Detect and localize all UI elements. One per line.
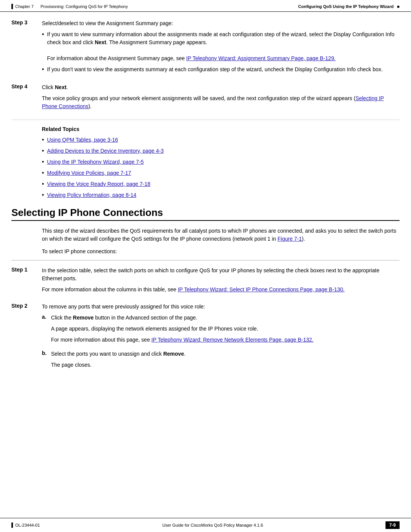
header-left: Chapter 7 Provisioning: Configuring QoS … <box>11 4 128 9</box>
step3-row: Step 3 Select/deselect to view the Assig… <box>11 19 400 77</box>
section-step2-label: Step 2 <box>11 303 34 375</box>
bullet-dot-1: • <box>42 30 44 62</box>
rt-bullet-1: • <box>42 136 44 144</box>
step3-content: Select/deselect to view the Assignment S… <box>42 19 400 77</box>
chapter-label: Chapter 7 <box>15 4 33 9</box>
related-topics-list: • Using QPM Tables, page 3-16 • Adding D… <box>42 136 400 199</box>
step3-bullet2-text: If you don't want to view the assignment… <box>47 66 383 73</box>
related-topic-3: • Using the IP Telephony Wizard, page 7-… <box>42 158 400 166</box>
main-content: Step 3 Select/deselect to view the Assig… <box>0 12 411 518</box>
figure-7-1-link[interactable]: Figure 7-1 <box>277 236 302 242</box>
related-topic-2: • Adding Devices to the Device Inventory… <box>42 147 400 155</box>
step4-body: The voice policy groups and your network… <box>42 94 400 110</box>
related-topic-4: • Modifying Voice Policies, page 7-17 <box>42 169 400 177</box>
rt-bullet-3: • <box>42 158 44 166</box>
footer-doc-id: OL-23444-01 <box>15 523 40 527</box>
chapter-title: Provisioning: Configuring QoS for IP Tel… <box>40 4 128 9</box>
section-step1-for-more: For more information about the columns i… <box>42 286 400 294</box>
header-right-title: Configuring QoS Using the IP Telephony W… <box>298 4 394 9</box>
header-bar-icon <box>11 4 13 9</box>
sub-step-a-sub: A page appears, displaying the network e… <box>51 325 314 333</box>
sub-step-a: a. Click the Remove button in the Advanc… <box>42 314 400 347</box>
section-heading: Selecting IP Phone Connections <box>11 207 400 221</box>
related-topics-title: Related Topics <box>42 126 400 132</box>
sub-step-b-label: b. <box>42 350 48 372</box>
rt-link-2[interactable]: Adding Devices to the Device Inventory, … <box>47 147 164 155</box>
step3-bullets: • If you want to view summary informatio… <box>42 30 400 73</box>
step3-bullet1-text: If you want to view summary information … <box>47 30 400 62</box>
section-step2-row: Step 2 To remove any ports that were pre… <box>11 303 400 375</box>
related-topics-section: Related Topics • Using QPM Tables, page … <box>42 126 400 199</box>
sub-step-a-for-more: For more information about this page, se… <box>51 336 314 344</box>
header-right: Configuring QoS Using the IP Telephony W… <box>298 4 400 9</box>
related-topic-1: • Using QPM Tables, page 3-16 <box>42 136 400 144</box>
sub-step-b-sub: The page closes. <box>51 361 185 369</box>
rt-link-5[interactable]: Viewing the Voice Ready Report, page 7-1… <box>47 180 150 188</box>
related-topic-6: • Viewing Policy Information, page 8-14 <box>42 191 400 199</box>
page-header: Chapter 7 Provisioning: Configuring QoS … <box>0 0 411 12</box>
remove-network-elements-link[interactable]: IP Telephony Wizard: Remove Network Elem… <box>151 337 314 343</box>
sub-step-b-content: Select the ports you want to unassign an… <box>51 350 185 372</box>
section-step1-text: In the selection table, select the switc… <box>42 267 400 283</box>
divider-2 <box>11 260 400 260</box>
select-ip-phone-connections-link[interactable]: IP Telephony Wizard: Select IP Phone Con… <box>178 286 344 292</box>
step4-row: Step 4 Click Next. The voice policy grou… <box>11 83 400 113</box>
section-step1-content: In the selection table, select the switc… <box>42 267 400 297</box>
footer-right-label: User Guide for CiscoWorks QoS Policy Man… <box>162 523 263 527</box>
footer-bar-icon <box>11 522 13 528</box>
sub-step-a-text: Click the Remove button in the Advanced … <box>51 314 314 322</box>
page-number: 7-9 <box>386 521 400 529</box>
divider-1 <box>11 120 400 120</box>
rt-link-6[interactable]: Viewing Policy Information, page 8-14 <box>47 191 137 199</box>
step3-bullet1: • If you want to view summary informatio… <box>42 30 400 62</box>
section-intro2: To select IP phone connections: <box>42 248 400 256</box>
step3-bullet2: • If you don't want to view the assignme… <box>42 66 400 73</box>
sub-step-a-label: a. <box>42 314 48 347</box>
rt-bullet-2: • <box>42 147 44 155</box>
section-step1-label: Step 1 <box>11 267 34 297</box>
section-step2-content: To remove any ports that were previously… <box>42 303 400 375</box>
step3-intro: Select/deselect to view the Assignment S… <box>42 19 400 27</box>
step3-label: Step 3 <box>11 19 34 77</box>
step4-label: Step 4 <box>11 83 34 113</box>
sub-step-b-text: Select the ports you want to unassign an… <box>51 350 185 358</box>
rt-link-1[interactable]: Using QPM Tables, page 3-16 <box>47 136 118 144</box>
assignment-summary-link[interactable]: IP Telephony Wizard: Assignment Summary … <box>186 55 335 61</box>
footer-left: OL-23444-01 <box>11 522 40 528</box>
rt-bullet-4: • <box>42 169 44 177</box>
section-step1-row: Step 1 In the selection table, select th… <box>11 267 400 297</box>
rt-link-4[interactable]: Modifying Voice Policies, page 7-17 <box>47 169 131 177</box>
step4-content: Click Next. The voice policy groups and … <box>42 83 400 113</box>
rt-bullet-6: • <box>42 191 44 199</box>
section-intro1: This step of the wizard describes the Qo… <box>42 227 400 243</box>
page-footer: OL-23444-01 User Guide for CiscoWorks Qo… <box>0 518 411 532</box>
rt-bullet-5: • <box>42 180 44 188</box>
sub-step-b: b. Select the ports you want to unassign… <box>42 350 400 372</box>
page-container: Chapter 7 Provisioning: Configuring QoS … <box>0 0 411 532</box>
rt-link-3[interactable]: Using the IP Telephony Wizard, page 7-5 <box>47 158 144 166</box>
step4-click-next: Click Next. <box>42 83 400 91</box>
bullet-dot-2: • <box>42 66 44 73</box>
sub-step-a-content: Click the Remove button in the Advanced … <box>51 314 314 347</box>
related-topic-5: • Viewing the Voice Ready Report, page 7… <box>42 180 400 188</box>
section-step2-text: To remove any ports that were previously… <box>42 303 400 311</box>
